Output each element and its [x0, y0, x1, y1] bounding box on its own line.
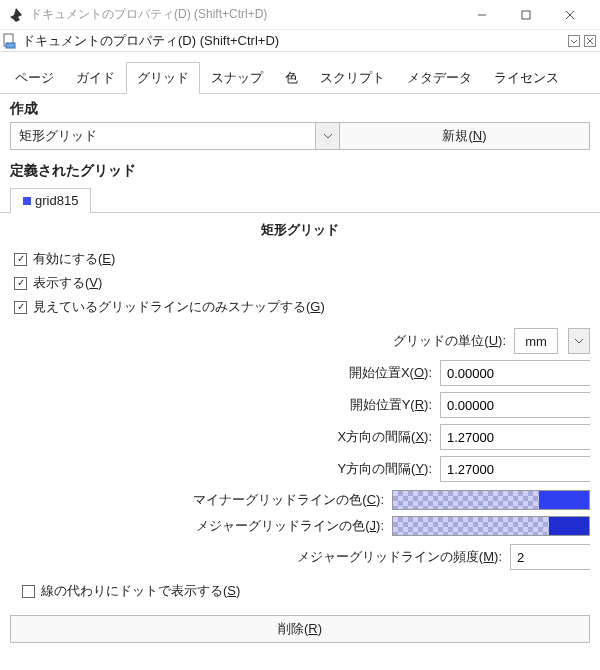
chevron-down-icon	[315, 123, 339, 149]
show-checkbox[interactable]	[14, 277, 27, 290]
dots-label: 線の代わりにドットで表示する(S)	[41, 582, 240, 600]
origin-x-input[interactable]: ▲▼	[440, 360, 590, 386]
panel-title: ドキュメントのプロパティ(D) (Shift+Ctrl+D)	[22, 32, 564, 50]
origin-y-input[interactable]: ▲▼	[440, 392, 590, 418]
spacing-y-input[interactable]: ▲▼	[440, 456, 590, 482]
window-title: ドキュメントのプロパティ(D) (Shift+Ctrl+D)	[30, 6, 460, 23]
tab-snap[interactable]: スナップ	[200, 62, 274, 93]
panel-dock-button[interactable]	[568, 35, 580, 47]
create-section-label: 作成	[0, 94, 600, 122]
close-button[interactable]	[548, 0, 592, 30]
spacing-x-input[interactable]: ▲▼	[440, 424, 590, 450]
panel-close-button[interactable]	[584, 35, 596, 47]
tabs: ページ ガイド グリッド スナップ 色 スクリプト メタデータ ライセンス	[0, 52, 600, 94]
window-titlebar: ドキュメントのプロパティ(D) (Shift+Ctrl+D)	[0, 0, 600, 30]
document-properties-icon	[2, 33, 18, 49]
svg-rect-5	[6, 43, 15, 48]
snap-visible-checkbox[interactable]	[14, 301, 27, 314]
origin-x-label: 開始位置X(O):	[349, 364, 432, 382]
dots-checkbox[interactable]	[22, 585, 35, 598]
delete-button[interactable]: 削除(R)	[10, 615, 590, 643]
snap-visible-label: 見えているグリッドラインにのみスナップする(G)	[33, 298, 325, 316]
tab-script[interactable]: スクリプト	[309, 62, 396, 93]
defined-grids-label: 定義されたグリッド	[0, 156, 600, 184]
spacing-x-label: X方向の間隔(X):	[337, 428, 432, 446]
unit-value[interactable]: mm	[514, 328, 558, 354]
tab-license[interactable]: ライセンス	[483, 62, 570, 93]
new-grid-button[interactable]: 新規(N)	[340, 122, 590, 150]
tab-page[interactable]: ページ	[4, 62, 65, 93]
grid-color-icon	[23, 197, 31, 205]
enable-label: 有効にする(E)	[33, 250, 115, 268]
maximize-button[interactable]	[504, 0, 548, 30]
inkscape-icon	[8, 7, 24, 23]
tab-grid[interactable]: グリッド	[126, 62, 200, 93]
unit-dropdown-button[interactable]	[568, 328, 590, 354]
major-color-swatch[interactable]	[392, 516, 590, 536]
grid-type-select[interactable]: 矩形グリッド	[10, 122, 340, 150]
panel-titlebar: ドキュメントのプロパティ(D) (Shift+Ctrl+D)	[0, 30, 600, 52]
major-color-label: メジャーグリッドラインの色(J):	[196, 517, 384, 535]
major-freq-label: メジャーグリッドラインの頻度(M):	[297, 548, 502, 566]
origin-y-label: 開始位置Y(R):	[350, 396, 432, 414]
grid-type-heading: 矩形グリッド	[0, 213, 600, 243]
major-freq-input[interactable]: ▲▼	[510, 544, 590, 570]
svg-rect-1	[522, 11, 530, 19]
enable-checkbox[interactable]	[14, 253, 27, 266]
minimize-button[interactable]	[460, 0, 504, 30]
tab-metadata[interactable]: メタデータ	[396, 62, 483, 93]
grid-instance-tab[interactable]: grid815	[10, 188, 91, 212]
minor-color-label: マイナーグリッドラインの色(C):	[193, 491, 384, 509]
tab-color[interactable]: 色	[274, 62, 309, 93]
show-label: 表示する(V)	[33, 274, 102, 292]
tab-guide[interactable]: ガイド	[65, 62, 126, 93]
unit-label: グリッドの単位(U):	[393, 332, 506, 350]
spacing-y-label: Y方向の間隔(Y):	[337, 460, 432, 478]
grid-instance-name: grid815	[35, 193, 78, 208]
grid-type-value: 矩形グリッド	[11, 127, 315, 145]
minor-color-swatch[interactable]	[392, 490, 590, 510]
